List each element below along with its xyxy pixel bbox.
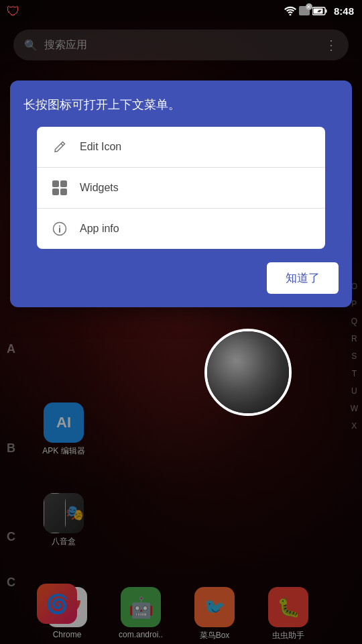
- status-icons: ✕ 8:48: [284, 5, 354, 17]
- menu-item-app-info[interactable]: App info: [37, 209, 325, 249]
- svg-rect-3: [325, 9, 326, 13]
- status-time: 8:48: [334, 5, 354, 17]
- circular-image-overlay: [204, 329, 292, 416]
- svg-point-0: [289, 14, 291, 16]
- tooltip-hint-text: 长按图标可打开上下文菜单。: [23, 97, 339, 113]
- widgets-label: Widgets: [80, 182, 119, 194]
- info-icon: [50, 219, 69, 238]
- edit-icon: [50, 138, 69, 156]
- tooltip-dialog: 长按图标可打开上下文菜单。 Edit Icon: [10, 80, 352, 307]
- wifi-icon: [284, 6, 296, 15]
- status-bar: ✕ 8:48: [0, 0, 362, 21]
- context-menu-card: Edit Icon Widgets: [37, 127, 325, 249]
- sim-signal-icon: ✕: [299, 6, 310, 15]
- battery-icon: [312, 7, 327, 15]
- menu-item-edit-icon[interactable]: Edit Icon: [37, 127, 325, 168]
- widgets-icon: [50, 178, 69, 197]
- edit-icon-label: Edit Icon: [80, 141, 121, 153]
- app-info-label: App info: [80, 223, 119, 235]
- svg-point-13: [59, 225, 60, 227]
- got-it-button[interactable]: 知道了: [267, 262, 339, 294]
- svg-line-10: [61, 144, 63, 146]
- menu-item-widgets[interactable]: Widgets: [37, 168, 325, 209]
